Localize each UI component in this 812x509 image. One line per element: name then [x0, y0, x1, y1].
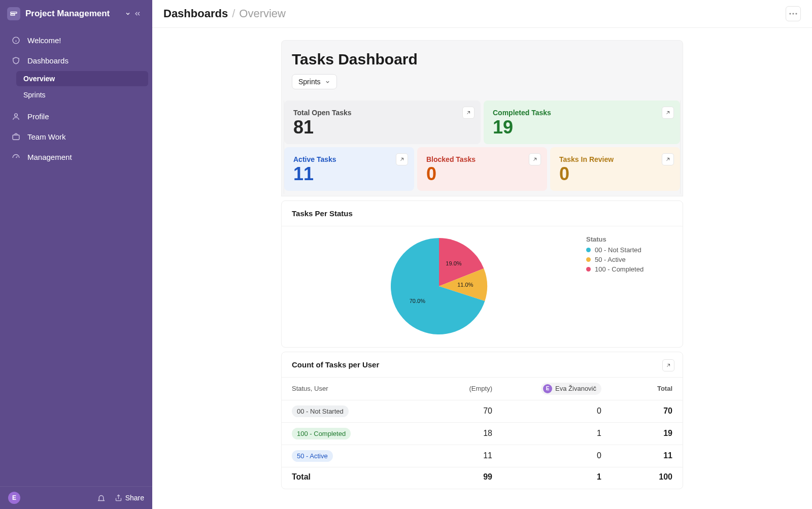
- status-badge: 100 - Completed: [292, 428, 351, 439]
- sprints-filter-button[interactable]: Sprints: [292, 74, 337, 89]
- pie-slice-label: 11.0%: [457, 282, 473, 288]
- svg-rect-0: [11, 12, 17, 14]
- main: Dashboards / Overview Tasks Dashboard Sp…: [152, 0, 812, 509]
- bell-icon[interactable]: [97, 494, 106, 502]
- total-label: Total: [292, 472, 393, 482]
- cell-empty: 11: [393, 451, 502, 460]
- avatar: E: [543, 384, 552, 393]
- sidebar-item-profile[interactable]: Profile: [4, 107, 148, 126]
- expand-card-button[interactable]: [662, 153, 674, 165]
- chevron-down-icon[interactable]: [125, 11, 131, 17]
- svg-point-10: [792, 13, 794, 14]
- sidebar-item-management[interactable]: Management: [4, 147, 148, 166]
- legend-item[interactable]: 100 - Completed: [586, 265, 672, 273]
- chevron-down-icon: [325, 79, 330, 85]
- card-value: 19: [493, 118, 671, 137]
- pie-legend: Status 00 - Not Started 50 - Active 100 …: [586, 235, 672, 337]
- sidebar-item-label: Welcome!: [27, 36, 61, 45]
- breadcrumb-primary[interactable]: Dashboards: [163, 7, 228, 20]
- sidebar-item-label: Management: [27, 153, 72, 161]
- user-name: Eva Živanovič: [555, 385, 596, 392]
- count-per-user-panel: Count of Tasks per User Status, User (Em…: [281, 352, 683, 489]
- legend-dot: [586, 248, 591, 252]
- status-badge: 50 - Active: [292, 450, 333, 462]
- sidebar-footer: E Share: [0, 486, 152, 509]
- cell-status: 50 - Active: [292, 450, 393, 462]
- cell-total: 70: [612, 406, 672, 416]
- workspace-icon: [7, 7, 20, 20]
- table-row: 50 - Active 11 0 11: [282, 445, 683, 467]
- cell-status: 100 - Completed: [292, 428, 393, 439]
- svg-line-16: [667, 158, 669, 160]
- header-status-user[interactable]: Status, User: [292, 385, 393, 392]
- svg-line-14: [401, 158, 403, 160]
- expand-panel-button[interactable]: [662, 359, 674, 371]
- table-header-row: Status, User (Empty) E Eva Živanovič Tot…: [282, 378, 683, 400]
- sidebar-header: Project Management: [0, 0, 152, 25]
- user-chip: E Eva Živanovič: [541, 383, 601, 395]
- legend-item[interactable]: 00 - Not Started: [586, 246, 672, 254]
- sprints-filter-label: Sprints: [298, 78, 321, 86]
- svg-line-12: [467, 112, 470, 114]
- breadcrumb-secondary: Overview: [239, 7, 286, 20]
- avatar[interactable]: E: [8, 492, 20, 504]
- expand-card-button[interactable]: [662, 107, 674, 119]
- sidebar-subitem-sprints[interactable]: Sprints: [16, 87, 148, 103]
- panel-title: Count of Tasks per User: [282, 352, 683, 378]
- expand-card-button[interactable]: [462, 107, 475, 119]
- expand-card-button[interactable]: [529, 153, 541, 165]
- cell-total: 19: [612, 429, 672, 438]
- svg-line-7: [16, 156, 17, 158]
- cell-user: 1: [502, 429, 612, 438]
- user-icon: [10, 111, 21, 122]
- user-table: Status, User (Empty) E Eva Živanovič Tot…: [282, 378, 683, 489]
- sidebar-item-teamwork[interactable]: Team Work: [4, 127, 148, 146]
- expand-card-button[interactable]: [396, 153, 408, 165]
- sidebar-subitem-overview[interactable]: Overview: [16, 71, 148, 86]
- card-value: 0: [559, 164, 671, 184]
- cell-user: 0: [502, 451, 612, 460]
- card-label: Blocked Tasks: [426, 155, 538, 163]
- info-icon: [10, 35, 21, 46]
- pie-slice-label: 19.0%: [446, 260, 461, 266]
- cell-total: 11: [612, 451, 672, 460]
- card-value: 0: [426, 164, 538, 184]
- panel-title: Tasks Per Status: [282, 201, 683, 226]
- svg-point-11: [795, 13, 797, 14]
- sidebar-nav: Welcome! Dashboards Overview Sprints Pro…: [0, 25, 152, 173]
- sidebar-item-welcome[interactable]: Welcome!: [4, 30, 148, 50]
- card-blocked: Blocked Tasks 0: [417, 147, 547, 191]
- shield-icon: [10, 55, 21, 66]
- total-user: 1: [502, 472, 612, 482]
- status-badge: 00 - Not Started: [292, 405, 349, 417]
- share-icon: [115, 494, 122, 502]
- card-label: Active Tasks: [293, 155, 405, 163]
- sidebar: Project Management Welcome! Dashboards O…: [0, 0, 152, 509]
- sidebar-item-label: Team Work: [27, 132, 66, 141]
- total-total: 100: [612, 472, 672, 482]
- table-row: 00 - Not Started 70 0 70: [282, 400, 683, 423]
- header-user[interactable]: E Eva Živanovič: [502, 383, 612, 395]
- table-row: 100 - Completed 18 1 19: [282, 423, 683, 445]
- card-open: Total Open Tasks 81: [284, 100, 481, 144]
- header-empty[interactable]: (Empty): [393, 385, 502, 392]
- legend-label: 100 - Completed: [595, 265, 644, 273]
- workspace-name[interactable]: Project Management: [25, 9, 122, 19]
- pie-slice-label: 70.0%: [410, 298, 425, 304]
- content-area: Tasks Dashboard Sprints Total Open Tasks…: [152, 28, 812, 509]
- legend-item[interactable]: 50 - Active: [586, 256, 672, 263]
- pie-chart: 19.0%11.0%70.0%: [292, 235, 586, 337]
- total-empty: 99: [393, 472, 502, 482]
- svg-point-5: [14, 113, 17, 116]
- sidebar-subitems-dashboards: Overview Sprints: [9, 71, 148, 103]
- collapse-sidebar-button[interactable]: [131, 7, 144, 20]
- card-active: Active Tasks 11: [284, 147, 414, 191]
- cell-status: 00 - Not Started: [292, 405, 393, 417]
- sidebar-item-dashboards[interactable]: Dashboards: [4, 51, 148, 70]
- svg-rect-1: [11, 14, 15, 16]
- svg-line-17: [667, 364, 670, 366]
- legend-label: 50 - Active: [595, 256, 626, 263]
- share-button[interactable]: Share: [115, 494, 144, 502]
- header-total[interactable]: Total: [612, 385, 672, 392]
- more-options-button[interactable]: [786, 6, 801, 21]
